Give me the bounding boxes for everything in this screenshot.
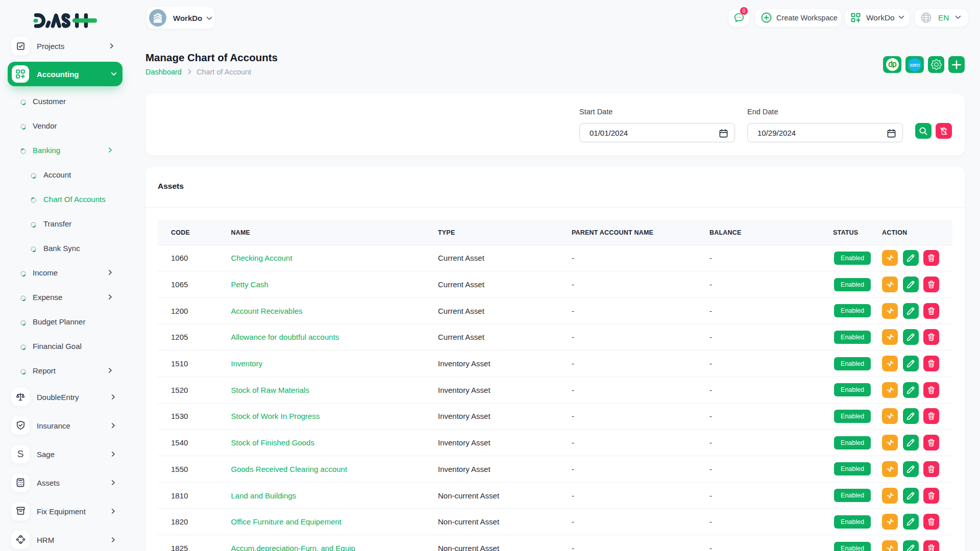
- svg-text:xero: xero: [910, 61, 920, 67]
